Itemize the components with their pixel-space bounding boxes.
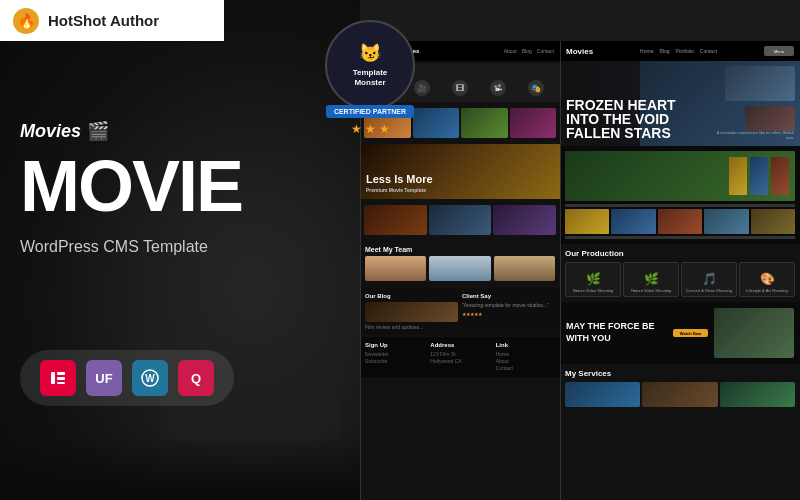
right-nav-link-1: Home (640, 48, 653, 54)
elementor-icon[interactable] (40, 360, 76, 396)
preview-nav-link-1: About (504, 48, 517, 54)
footer-link-subscribe: Subscribe (365, 358, 424, 364)
film-thumb-1 (565, 209, 609, 234)
svg-text:W: W (145, 373, 155, 384)
right-nav-button[interactable]: Menu (764, 46, 794, 56)
svc-icon-5: 🎭 (528, 80, 544, 96)
force-text: May The Force Be With You (566, 321, 667, 344)
right-hero-text: FROZEN HEARTINTO THE VOIDFALLEN STARS (560, 92, 682, 146)
prod-card-1: 🌿 Nature Video Shooting (565, 262, 621, 297)
blog-title-1: Our Blog (365, 293, 458, 299)
svc-img-2 (642, 382, 717, 407)
footer-col-signup-title: Sign Up (365, 342, 424, 348)
movies-tag: Movies 🎬 (20, 120, 340, 142)
footer-link-contact: Contact (496, 365, 555, 371)
hero-content: Movies 🎬 MOVIE WordPress CMS Template (20, 120, 340, 256)
film-strip-section: FIND PEACEIN JUSTICE (560, 146, 800, 244)
team-photo-3 (494, 256, 555, 281)
team-photo-2 (429, 256, 490, 281)
less-more-text: Less Is More Premium Movie Template (366, 173, 433, 193)
right-nav: Movies Home Blog Portfolio Contact Menu (560, 41, 800, 61)
templatemonster-badge: 😼 TemplateMonster CERTIFIED PARTNER ★ ★ … (310, 20, 430, 136)
team-photos (365, 256, 555, 281)
svc-icon-4: 📽 (490, 80, 506, 96)
footer-col-address: Address 123 Film St Hollywood CA (430, 342, 489, 372)
production-title: Our Production (565, 249, 795, 258)
prod-card-2: 🌿 Nature Video Shooting (623, 262, 679, 297)
production-section: Our Production 🌿 Nature Video Shooting 🌿… (560, 244, 800, 302)
footer-col-links-title: Link (496, 342, 555, 348)
tm-star-2: ★ (365, 122, 376, 136)
divider-right (560, 41, 561, 500)
preview-movie-cards-2 (360, 201, 560, 239)
prod-card-4: 🎨 Lifestyle & Art Shooting (739, 262, 795, 297)
film-thumb-5 (751, 209, 795, 234)
footer-col-signup: Sign Up Newsletter Subscribe (365, 342, 424, 372)
prod-icon-3: 🎵 (702, 272, 717, 286)
header: 🔥 HotShot Author (0, 0, 224, 41)
preview-nav-link-3: Contact (537, 48, 554, 54)
prod-icon-4: 🎨 (760, 272, 775, 286)
svg-rect-4 (57, 377, 65, 380)
prod-icon-2: 🌿 (644, 272, 659, 286)
movie-card-3 (461, 108, 508, 138)
client-text: "Amazing template for movie studios..." (462, 302, 555, 309)
footer-col-address-title: Address (430, 342, 489, 348)
tm-circle: 😼 TemplateMonster (325, 20, 415, 110)
brand-name: HotShot Author (48, 12, 159, 29)
movie-card-6 (429, 205, 492, 235)
blog-title-2: Client Say (462, 293, 555, 299)
right-nav-links: Home Blog Portfolio Contact (640, 48, 717, 54)
tm-stars: ★ ★ ★ (351, 122, 390, 136)
force-section: May The Force Be With You Watch Now (560, 302, 800, 364)
wordpress-icon[interactable]: W (132, 360, 168, 396)
prod-icon-1: 🌿 (586, 272, 601, 286)
svg-text:🔥: 🔥 (18, 13, 36, 30)
movies-label: Movies (20, 121, 81, 142)
film-thumb-2 (611, 209, 655, 234)
tm-certified-label: CERTIFIED PARTNER (326, 105, 414, 118)
client-stars: ★★★★★ (462, 311, 555, 317)
blog-col-2: Client Say "Amazing template for movie s… (462, 293, 555, 330)
prod-label-3: Concert & Show Shooting (686, 288, 732, 293)
right-hero-desc: A cinematic experience like no other. Wa… (714, 130, 794, 140)
watch-btn-label: Watch Now (680, 331, 701, 336)
tm-star-1: ★ (351, 122, 362, 136)
svc-img-3 (720, 382, 795, 407)
prod-label-2: Nature Video Shooting (631, 288, 671, 293)
hero-subtitle: WordPress CMS Template (20, 238, 340, 256)
footer-link-street: 123 Film St (430, 351, 489, 357)
ultrafono-icon[interactable]: UF (86, 360, 122, 396)
svg-rect-3 (57, 372, 65, 375)
preview-less-more-section: Less Is More Premium Movie Template (360, 144, 560, 199)
film-icon: 🎬 (87, 120, 109, 142)
plugin-icons-bar: UF W Q (20, 350, 234, 406)
blog-col-1: Our Blog Film review and updates... (365, 293, 458, 330)
svc-icon-3: 🎞 (452, 80, 468, 96)
team-photo-1 (365, 256, 426, 281)
right-nav-logo: Movies (566, 47, 593, 56)
tm-name: TemplateMonster (353, 68, 388, 87)
film-strip-thumbnails (729, 157, 789, 195)
footer-link-city: Hollywood CA (430, 358, 489, 364)
film-thumb-3 (658, 209, 702, 234)
svg-rect-5 (57, 382, 65, 384)
movie-card-7 (493, 205, 556, 235)
preview-footer: Sign Up Newsletter Subscribe Address 123… (360, 337, 560, 377)
hotshot-logo-icon: 🔥 (12, 7, 40, 35)
right-preview-panel: Movies Home Blog Portfolio Contact Menu … (560, 41, 800, 500)
quickbuilder-icon[interactable]: Q (178, 360, 214, 396)
footer-link-home: Home (496, 351, 555, 357)
footer-link-newsletter: Newsletter (365, 351, 424, 357)
svc-img-1 (565, 382, 640, 407)
prod-card-3: 🎵 Concert & Show Shooting (681, 262, 737, 297)
production-cards-row: 🌿 Nature Video Shooting 🌿 Nature Video S… (565, 262, 795, 297)
prod-label-4: Lifestyle & Art Shooting (746, 288, 787, 293)
preview-blog-section: Our Blog Film review and updates... Clie… (360, 288, 560, 335)
preview-nav-link-2: Blog (522, 48, 532, 54)
prod-label-1: Nature Video Shooting (573, 288, 613, 293)
right-nav-link-4: Contact (700, 48, 717, 54)
force-watch-btn[interactable]: Watch Now (673, 329, 708, 337)
footer-col-links: Link Home About Contact (496, 342, 555, 372)
film-thumb-4 (704, 209, 748, 234)
